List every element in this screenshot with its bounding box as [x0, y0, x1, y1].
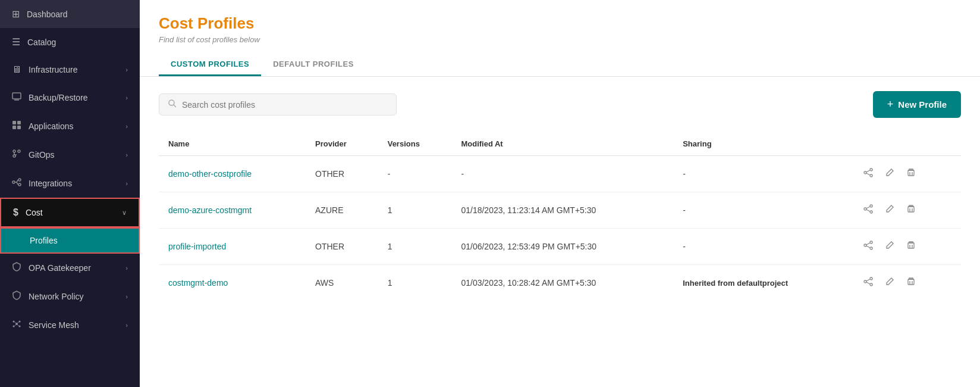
profile-provider: AZURE	[306, 192, 378, 229]
profile-sharing: -	[673, 156, 852, 192]
svg-point-23	[870, 211, 872, 213]
svg-rect-28	[908, 243, 914, 248]
sidebar-item-service-mesh[interactable]: Service Mesh ›	[0, 311, 140, 339]
sidebar-item-dashboard[interactable]: ⊞ Dashboard	[0, 0, 140, 28]
cost-icon: $	[13, 207, 18, 218]
main-content: Cost Profiles Find list of cost profiles…	[140, 0, 980, 387]
search-input[interactable]	[182, 100, 388, 110]
tabs-container: CUSTOM PROFILES DEFAULT PROFILES	[159, 54, 961, 76]
svg-point-30	[864, 280, 866, 283]
network-policy-icon	[12, 291, 21, 302]
infrastructure-icon: 🖥	[12, 64, 21, 75]
profile-name-link[interactable]: demo-azure-costmgmt	[168, 205, 252, 215]
page-header: Cost Profiles Find list of cost profiles…	[140, 0, 980, 77]
applications-icon	[12, 120, 21, 132]
delete-icon[interactable]	[904, 202, 918, 219]
sidebar-item-applications[interactable]: Applications ›	[0, 112, 140, 141]
sidebar-item-label: Integrations	[29, 179, 72, 188]
svg-point-6	[18, 150, 20, 152]
chevron-right-icon: ›	[125, 66, 128, 73]
sidebar-item-cost[interactable]: $ Cost ∨	[0, 198, 140, 227]
new-profile-button[interactable]: + New Profile	[873, 91, 961, 118]
action-icons	[861, 274, 951, 291]
profile-provider: OTHER	[306, 156, 378, 192]
svg-point-27	[870, 247, 872, 249]
sidebar-sub-item-profiles[interactable]: Profiles	[0, 227, 140, 254]
profile-versions: 1	[378, 192, 452, 229]
svg-point-31	[870, 283, 872, 286]
profile-sharing: -	[673, 192, 852, 229]
share-icon[interactable]	[861, 202, 875, 219]
sidebar-item-label: Cost	[26, 208, 43, 217]
svg-point-13	[19, 321, 21, 323]
sidebar-item-label: Catalog	[27, 38, 56, 47]
share-icon	[861, 274, 875, 291]
edit-icon[interactable]	[882, 202, 897, 219]
sidebar-item-gitops[interactable]: GitOps ›	[0, 141, 140, 169]
profile-actions	[852, 229, 961, 265]
svg-point-12	[13, 321, 15, 323]
profile-modified-at: 01/03/2023, 10:28:42 AM GMT+5:30	[451, 265, 673, 301]
table-row: profile-importedOTHER101/06/2023, 12:53:…	[159, 229, 961, 265]
svg-point-16	[169, 100, 174, 105]
sidebar-item-infrastructure[interactable]: 🖥 Infrastructure ›	[0, 56, 140, 83]
opa-gatekeeper-icon	[12, 262, 21, 274]
share-icon[interactable]	[861, 166, 875, 182]
sidebar-item-backup-restore[interactable]: Backup/Restore ›	[0, 83, 140, 112]
profile-name-link[interactable]: costmgmt-demo	[168, 278, 228, 288]
chevron-right-icon: ›	[125, 322, 128, 329]
catalog-icon: ☰	[12, 36, 20, 48]
chevron-right-icon: ›	[125, 123, 128, 130]
col-header-versions: Versions	[378, 132, 452, 156]
sidebar-item-label: OPA Gatekeeper	[29, 263, 91, 273]
sidebar-item-network-policy[interactable]: Network Policy ›	[0, 282, 140, 311]
delete-icon	[904, 274, 918, 291]
profile-versions: 1	[378, 265, 452, 301]
plus-icon: +	[887, 98, 894, 111]
sidebar-item-label: Dashboard	[27, 10, 68, 19]
edit-icon[interactable]	[882, 238, 897, 255]
tab-custom-profiles[interactable]: CUSTOM PROFILES	[159, 54, 261, 76]
col-header-modified-at: Modified At	[451, 132, 673, 156]
profile-actions	[852, 265, 961, 301]
search-icon	[168, 99, 177, 110]
toolbar: + New Profile	[159, 91, 961, 118]
profile-provider: AWS	[306, 265, 378, 301]
svg-point-19	[870, 174, 872, 177]
svg-point-5	[13, 150, 15, 152]
profile-versions: 1	[378, 229, 452, 265]
sidebar-item-catalog[interactable]: ☰ Catalog	[0, 28, 140, 56]
svg-point-15	[19, 326, 21, 327]
share-icon[interactable]	[861, 238, 875, 255]
col-header-sharing: Sharing	[673, 132, 852, 156]
sharing-bold-text: Inherited from defaultproject	[683, 279, 788, 288]
sidebar-item-label: Infrastructure	[29, 65, 77, 74]
action-icons	[861, 166, 951, 182]
profile-name-link[interactable]: profile-imported	[168, 242, 226, 251]
svg-point-17	[870, 168, 872, 171]
sidebar-sub-item-label: Profiles	[30, 236, 58, 245]
tab-default-profiles[interactable]: DEFAULT PROFILES	[261, 54, 366, 76]
sidebar-item-label: Service Mesh	[29, 320, 79, 330]
col-header-provider: Provider	[306, 132, 378, 156]
sidebar-item-integrations[interactable]: Integrations ›	[0, 169, 140, 198]
edit-icon[interactable]	[882, 166, 897, 182]
profile-modified-at: -	[451, 156, 673, 192]
service-mesh-icon	[12, 319, 21, 331]
svg-point-25	[870, 241, 872, 244]
search-box[interactable]	[159, 93, 397, 116]
profile-actions	[852, 192, 961, 229]
profile-sharing: Inherited from defaultproject	[673, 265, 852, 301]
chevron-right-icon: ›	[125, 151, 128, 158]
profile-name-link[interactable]: demo-other-costprofile	[168, 169, 252, 179]
svg-point-11	[15, 323, 18, 325]
svg-point-21	[870, 205, 872, 207]
content-area: + New Profile Name Provider Versions Mod…	[140, 77, 980, 387]
delete-icon[interactable]	[904, 238, 918, 255]
svg-point-22	[864, 208, 866, 210]
delete-icon[interactable]	[904, 166, 918, 182]
integrations-icon	[12, 177, 21, 189]
edit-icon	[882, 274, 897, 291]
sidebar-item-label: Applications	[29, 121, 74, 131]
sidebar-item-opa-gatekeeper[interactable]: OPA Gatekeeper ›	[0, 254, 140, 282]
